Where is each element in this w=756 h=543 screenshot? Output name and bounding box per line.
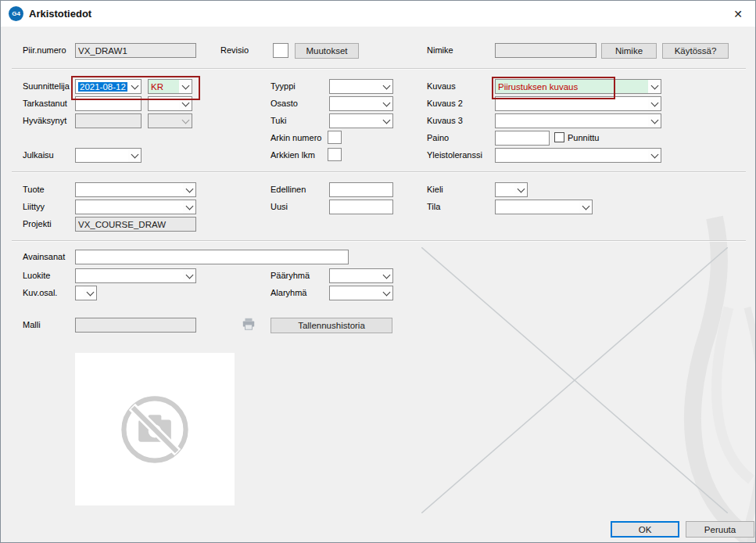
piir-numero-label: Piir.numero [23,45,66,55]
tuki-combo[interactable] [329,113,393,128]
chevron-down-icon [380,114,392,128]
yleistoleranssi-combo[interactable] [495,148,661,163]
suunnittelija-initials-combo[interactable]: KR [148,79,192,94]
hyvaksynyt-label: Hyväksynyt [23,116,66,125]
kuvaus-value: Piirustuksen kuvaus [496,80,648,93]
hyvaksynyt-initials-combo[interactable] [148,113,192,128]
julkaisu-combo[interactable] [75,148,142,163]
tyyppi-label: Tyyppi [271,81,296,91]
kuvaus2-label: Kuvaus 2 [427,99,463,108]
kuvaus3-label: Kuvaus 3 [427,116,463,125]
kuvaus-combo[interactable]: Piirustuksen kuvaus [495,79,661,94]
chevron-down-icon [648,80,661,93]
chevron-down-icon [179,114,192,128]
chevron-down-icon [128,80,141,93]
edellinen-label: Edellinen [271,185,306,194]
tarkastanut-input[interactable] [75,96,142,111]
app-logo-text: G4 [12,10,20,17]
chevron-down-icon [84,286,96,300]
paaryhma-label: Pääryhmä [271,271,310,280]
uusi-input[interactable] [329,200,393,214]
julkaisu-label: Julkaisu [23,150,54,160]
app-logo-icon: G4 [9,6,23,21]
revisio-input[interactable] [273,43,288,58]
nimike-button[interactable]: Nimike [601,43,657,59]
chevron-down-icon [380,97,392,110]
hyvaksynyt-input[interactable] [75,113,142,128]
chevron-down-icon [179,97,192,110]
arkin-numero-input[interactable] [328,131,342,144]
peruuta-button[interactable]: Peruuta [686,521,754,538]
no-image-icon [116,390,194,469]
chevron-down-icon [380,269,392,282]
chevron-down-icon [183,183,195,196]
arkin-numero-label: Arkin numero [271,133,321,142]
large-preview-placeholder [421,247,728,513]
tila-label: Tila [427,202,440,211]
chevron-down-icon [514,183,527,196]
yleistoleranssi-label: Yleistoleranssi [427,150,482,160]
nimike-input[interactable] [495,43,597,58]
projekti-label: Projekti [23,219,52,228]
chevron-down-icon [128,149,141,162]
chevron-down-icon [183,200,195,214]
projekti-input[interactable] [75,217,196,232]
arkistotiedot-dialog: G4 Arkistotiedot ✕ Piir.numero Revisio M… [0,0,756,543]
arkkien-lkm-label: Arkkien lkm [271,150,315,160]
liittyy-combo[interactable] [75,200,196,214]
luokite-combo[interactable] [75,268,196,283]
kuvaus2-combo[interactable] [495,96,661,111]
kuv-osal-combo[interactable] [75,286,97,300]
chevron-down-icon [648,97,661,110]
tuote-combo[interactable] [75,182,196,197]
ok-button[interactable]: OK [611,521,679,538]
tarkastanut-label: Tarkastanut [23,99,67,108]
muutokset-button[interactable]: Muutokset [295,43,359,59]
title-bar: G4 Arkistotiedot ✕ [1,1,755,27]
tuote-label: Tuote [23,185,45,194]
suunnittelija-date-value: 2021-08-12 [78,82,127,92]
alaryhma-combo[interactable] [329,286,393,300]
tallennushistoria-button[interactable]: Tallennushistoria [271,318,392,333]
chevron-down-icon [179,80,192,93]
suunnittelija-initials-value: KR [149,80,179,93]
chevron-down-icon [183,269,195,282]
kuvaus-label: Kuvaus [427,81,456,91]
paino-input[interactable] [495,131,550,146]
suunnittelija-date-combo[interactable]: 2021-08-12 [75,79,142,94]
nimike-label: Nimike [427,45,453,55]
chevron-down-icon [380,80,392,93]
window-title: Arkistotiedot [29,8,91,20]
chevron-down-icon [648,149,661,162]
arkkien-lkm-input[interactable] [328,148,342,161]
placeholder-cross-icon [421,247,728,513]
punnittu-checkbox[interactable] [554,132,564,142]
punnittu-label: Punnittu [568,133,599,142]
osasto-label: Osasto [271,99,298,108]
kuv-osal-label: Kuv.osal. [23,288,57,297]
chevron-down-icon [648,114,661,128]
kieli-label: Kieli [427,185,443,194]
piir-numero-input[interactable] [75,43,196,58]
osasto-combo[interactable] [329,96,393,111]
tyyppi-combo[interactable] [329,79,393,94]
separator [12,68,746,69]
edellinen-input[interactable] [329,182,393,197]
tarkastanut-initials-combo[interactable] [148,96,192,111]
kuvaus3-combo[interactable] [495,113,661,128]
uusi-label: Uusi [271,202,288,211]
suunnittelija-label: Suunnittelija [23,81,70,91]
paaryhma-combo[interactable] [329,268,393,283]
revisio-label: Revisio [220,45,249,55]
kaytossa-button[interactable]: Käytössä? [662,43,729,59]
avainsanat-input[interactable] [75,250,349,264]
chevron-down-icon [380,286,392,300]
kieli-combo[interactable] [495,182,528,197]
separator [12,240,746,241]
close-icon[interactable]: ✕ [730,7,746,21]
tila-combo[interactable] [495,200,593,214]
printer-icon[interactable] [242,317,256,331]
malli-label: Malli [23,320,41,329]
malli-input[interactable] [75,318,196,333]
preview-image-placeholder [75,353,235,505]
